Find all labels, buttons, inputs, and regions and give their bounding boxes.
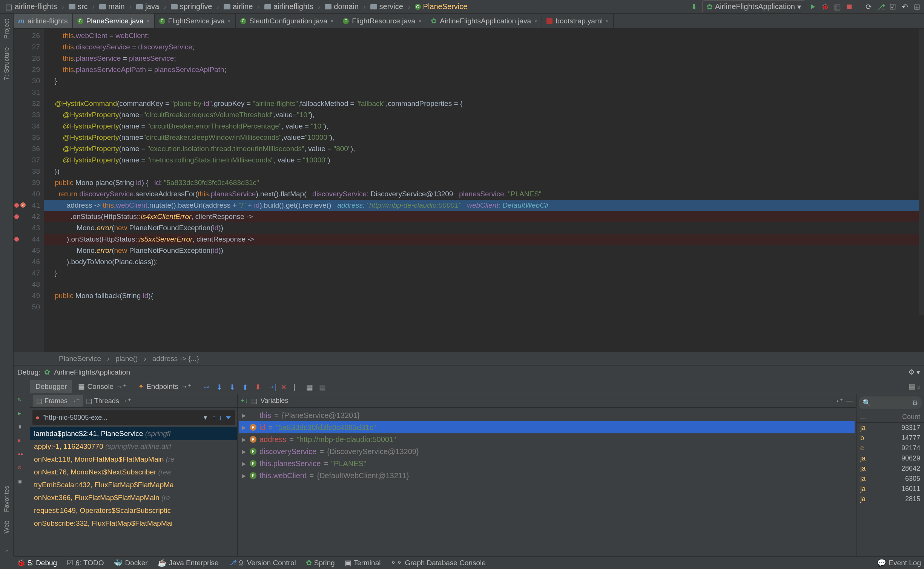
tool-graph-db[interactable]: ⚬⚬Graph Database Console xyxy=(390,558,485,567)
memory-row[interactable]: b14777 xyxy=(856,433,924,443)
more-button[interactable]: ⊞ xyxy=(913,3,921,11)
tool-debug[interactable]: 🐞5: Debug xyxy=(17,558,57,567)
memory-search[interactable]: 🔍 ⚙ xyxy=(859,396,922,409)
tab-planeservice[interactable]: CPlaneService.java× xyxy=(73,14,155,28)
close-icon[interactable]: × xyxy=(534,18,537,24)
next-frame-icon[interactable]: ↓ xyxy=(219,414,222,422)
frame-row[interactable]: onNext:76, MonoNext$NextSubscriber (rea xyxy=(30,466,237,479)
close-icon[interactable]: × xyxy=(330,18,333,24)
debugger-tab[interactable]: Debugger xyxy=(30,380,72,393)
filter-icon[interactable]: ⏷ xyxy=(225,414,232,422)
variable-row[interactable]: ▸Paddress = "http://mbp-de-claudio:50001… xyxy=(239,433,855,445)
tool-java-ee[interactable]: ☕Java Enterprise xyxy=(158,558,219,567)
stop-icon[interactable]: ■ xyxy=(18,438,26,446)
variable-row[interactable]: ▸FdiscoveryService = {DiscoveryService@1… xyxy=(239,445,855,457)
favorites-tool[interactable]: Favorites xyxy=(3,483,11,515)
vcs-button[interactable]: ⎇ xyxy=(876,3,885,11)
frame-row[interactable]: tryEmitScalar:432, FluxFlatMap$FlatMapMa xyxy=(30,479,237,491)
step-into-icon[interactable]: ⬇ xyxy=(216,383,224,390)
frame-row[interactable]: apply:-1, 1162430770 (springfive.airline… xyxy=(30,440,237,453)
commit-button[interactable]: ☑ xyxy=(889,3,897,11)
breadcrumb-pkg3[interactable]: airlineflights xyxy=(262,2,316,11)
frame-row[interactable]: request:1649, Operators$ScalarSubscripti… xyxy=(30,504,237,517)
gear-icon[interactable]: ⚙ ▾ xyxy=(908,368,920,376)
run-to-cursor-icon[interactable]: →| xyxy=(268,383,275,390)
crumb[interactable]: PlaneService xyxy=(59,355,101,363)
frame-row[interactable]: onNext:366, FluxFlatMap$FlatMapMain (re xyxy=(30,491,237,504)
frames-tab[interactable]: ▤ Frames →⁺ xyxy=(33,395,83,407)
step-over-icon[interactable]: ⤻ xyxy=(204,383,211,390)
code-area[interactable]: this.webClient = webClient; this.discove… xyxy=(44,29,924,352)
resume-icon[interactable]: ▶ xyxy=(18,411,26,419)
variable-row[interactable]: ▸Fthis.webClient = {DefaultWebClient@132… xyxy=(239,470,855,482)
prev-frame-icon[interactable]: ↑ xyxy=(212,414,216,422)
tab-sleuth[interactable]: CSleuthConfiguration.java× xyxy=(236,14,338,28)
hide-icon[interactable]: — xyxy=(846,397,853,405)
trace-icon[interactable]: |→ xyxy=(293,383,301,390)
crumb[interactable]: plane() xyxy=(115,355,138,363)
run-button[interactable] xyxy=(809,3,817,11)
minimap[interactable] xyxy=(919,29,924,315)
layout-icon[interactable]: ▤ ₂ xyxy=(909,382,924,391)
drop-frame-icon[interactable]: ⬇ xyxy=(255,383,262,390)
collapse-icon[interactable]: » xyxy=(2,545,11,556)
memory-row[interactable]: ja90629 xyxy=(856,453,924,463)
tool-todo[interactable]: ☑6: TODO xyxy=(67,558,104,567)
web-tool[interactable]: Web xyxy=(3,517,11,537)
memory-row[interactable]: ja16011 xyxy=(856,484,924,494)
tool-docker[interactable]: 🐳Docker xyxy=(114,558,147,567)
tab-app[interactable]: ✿AirlineFlightsApplication.java× xyxy=(426,14,542,28)
close-icon[interactable]: × xyxy=(147,18,150,24)
variable-row[interactable]: ▸this = {PlaneService@13201} xyxy=(239,409,855,421)
breadcrumb-java[interactable]: java xyxy=(134,2,161,11)
coverage-button[interactable]: ▦ xyxy=(833,3,841,11)
debug-button[interactable]: 🐞 xyxy=(821,3,829,11)
threads-tab[interactable]: ▤ Threads →⁺ xyxy=(86,397,132,405)
calc-icon[interactable]: ▦ xyxy=(306,383,314,390)
build-icon[interactable]: ⬇ xyxy=(690,3,698,11)
view-bp-icon[interactable]: ●● xyxy=(18,451,26,460)
layout-icon[interactable]: ▣ xyxy=(18,479,26,487)
close-icon[interactable]: × xyxy=(228,18,231,24)
event-log[interactable]: 💬Event Log xyxy=(877,558,921,567)
stop-button[interactable] xyxy=(845,3,853,11)
run-config-selector[interactable]: ✿ AirlineFlightsApplication ▾ xyxy=(702,0,805,13)
breadcrumb-pkg2[interactable]: airline xyxy=(221,2,255,11)
frame-row[interactable]: onSubscribe:332, FluxFlatMap$FlatMapMai xyxy=(30,517,237,530)
more-icon[interactable]: ▦ xyxy=(319,383,327,390)
tab-bootstrap[interactable]: bootstrap.yaml× xyxy=(542,14,614,28)
gear-icon[interactable]: ⚙ xyxy=(912,399,918,407)
tool-spring[interactable]: ✿Spring xyxy=(306,558,335,567)
breadcrumb-pkg5[interactable]: service xyxy=(368,2,405,11)
tab-flightresource[interactable]: CFlightResource.java× xyxy=(338,14,426,28)
memory-row[interactable]: ja93317 xyxy=(856,423,924,433)
step-out-icon[interactable]: ⬆ xyxy=(242,383,250,390)
memory-row[interactable]: c92174 xyxy=(856,443,924,453)
gutter[interactable]: 26272829303132333435363738394041✓4243444… xyxy=(14,29,44,352)
tool-vcs[interactable]: ⎇9: Version Control xyxy=(229,558,296,567)
breadcrumb-main[interactable]: main xyxy=(97,2,127,11)
rerun-icon[interactable]: ↻ xyxy=(18,397,26,405)
close-icon[interactable]: × xyxy=(606,18,609,24)
memory-row[interactable]: ja28642 xyxy=(856,463,924,474)
structure-tool[interactable]: 7: Structure xyxy=(3,44,11,83)
breadcrumb-pkg1[interactable]: springfive xyxy=(169,2,215,11)
pause-icon[interactable]: ⏸ xyxy=(18,424,26,433)
variable-row[interactable]: ▸Fthis.planesService = "PLANES" xyxy=(239,457,855,470)
breadcrumb-src[interactable]: src xyxy=(66,2,90,11)
tool-terminal[interactable]: ▣Terminal xyxy=(345,558,381,567)
variable-row[interactable]: ▸Pid = "5a833dc30fd3fc0c4683d31c" xyxy=(239,421,855,433)
mute-bp-icon[interactable]: ⊘ xyxy=(18,465,26,473)
frame-row[interactable]: lambda$plane$2:41, PlaneService (springf… xyxy=(30,427,237,440)
close-icon[interactable]: × xyxy=(418,18,421,24)
evaluate-icon[interactable]: ✕ xyxy=(281,383,288,390)
history-button[interactable]: ↶ xyxy=(901,3,909,11)
endpoints-tab[interactable]: ✦Endpoints→⁺ xyxy=(133,380,197,393)
console-tab[interactable]: ▤Console→⁺ xyxy=(73,380,132,393)
breadcrumb-root[interactable]: ▤ airline-flights xyxy=(3,2,59,11)
add-watch-icon[interactable]: +↓ xyxy=(241,397,248,405)
collapse-icon[interactable]: →⁺ xyxy=(833,397,843,405)
update-button[interactable]: ⟳ xyxy=(864,3,873,11)
memory-row[interactable]: ja6305 xyxy=(856,474,924,484)
crumb[interactable]: address -> {...} xyxy=(152,355,199,363)
